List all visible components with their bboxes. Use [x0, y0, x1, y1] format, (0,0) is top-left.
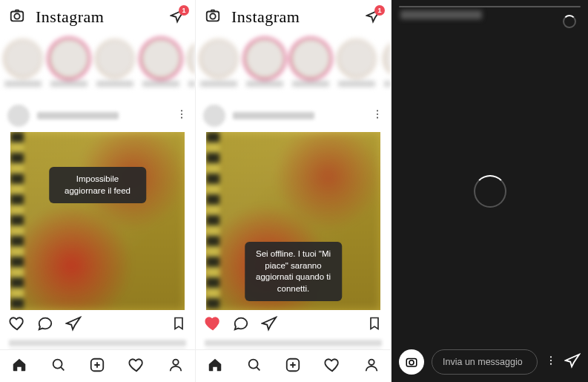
svg-point-13 — [249, 359, 258, 368]
like-button-liked[interactable] — [205, 315, 221, 335]
toast-feed-error: Impossibile aggiornare il feed — [49, 167, 147, 203]
story-more-icon[interactable] — [545, 355, 557, 370]
toast-like-offline: Sei offline. I tuoi "Mi piace" saranno a… — [245, 242, 343, 301]
bookmark-button[interactable] — [367, 315, 382, 335]
app-logo: Instagram — [36, 7, 104, 27]
svg-point-12 — [377, 117, 378, 119]
svg-point-1 — [14, 13, 19, 19]
post-avatar[interactable] — [203, 105, 225, 127]
bottom-nav — [196, 349, 391, 382]
nav-activity[interactable] — [324, 357, 340, 376]
svg-point-3 — [181, 113, 182, 115]
post-username[interactable] — [233, 112, 314, 119]
ig-header: Instagram 1 — [0, 0, 195, 34]
stories-strip[interactable] — [0, 34, 195, 99]
loading-spinner-icon — [474, 175, 506, 208]
camera-icon[interactable] — [9, 7, 25, 27]
story-send-icon[interactable] — [564, 352, 581, 372]
svg-point-19 — [550, 359, 552, 360]
nav-search[interactable] — [246, 357, 262, 376]
svg-point-11 — [377, 113, 378, 115]
post-image[interactable] — [10, 132, 185, 310]
post-actions — [0, 310, 195, 340]
story-viewer[interactable]: Invia un messaggio — [392, 0, 588, 382]
story-loading — [392, 0, 588, 382]
messages-button[interactable]: 1 — [366, 7, 382, 27]
nav-activity[interactable] — [128, 357, 145, 376]
nav-profile[interactable] — [168, 357, 184, 376]
svg-point-17 — [409, 360, 414, 365]
bookmark-button[interactable] — [171, 315, 186, 335]
nav-add[interactable] — [89, 357, 105, 376]
share-button[interactable] — [261, 315, 277, 335]
nav-add[interactable] — [285, 357, 301, 376]
nav-home[interactable] — [207, 357, 223, 376]
svg-point-7 — [173, 359, 178, 364]
post-more-icon[interactable] — [176, 108, 188, 123]
svg-point-2 — [181, 110, 182, 111]
camera-icon[interactable] — [205, 7, 221, 27]
nav-search[interactable] — [50, 357, 67, 376]
nav-profile[interactable] — [363, 357, 380, 376]
post-actions — [196, 310, 391, 340]
nav-home[interactable] — [11, 357, 27, 376]
svg-point-10 — [377, 110, 378, 111]
like-button[interactable] — [9, 315, 25, 335]
svg-point-15 — [369, 359, 374, 364]
message-badge: 1 — [374, 5, 385, 16]
post-username[interactable] — [37, 112, 119, 119]
post-header — [0, 99, 195, 132]
message-badge: 1 — [179, 5, 189, 16]
ig-header: Instagram 1 — [196, 0, 391, 34]
bottom-nav — [0, 349, 195, 382]
post-more-icon[interactable] — [371, 108, 383, 123]
svg-point-9 — [210, 13, 215, 19]
stories-strip[interactable] — [196, 34, 391, 99]
svg-point-18 — [550, 356, 552, 358]
comment-button[interactable] — [233, 315, 249, 335]
share-button[interactable] — [65, 315, 82, 335]
svg-point-20 — [550, 363, 552, 364]
app-logo: Instagram — [231, 7, 300, 27]
story-reply-input[interactable]: Invia un messaggio — [432, 349, 538, 375]
svg-point-5 — [53, 359, 62, 368]
post-header — [196, 99, 391, 132]
messages-button[interactable]: 1 — [170, 7, 186, 27]
svg-point-4 — [181, 117, 182, 119]
story-reply-placeholder: Invia un messaggio — [443, 357, 523, 367]
story-camera-button[interactable] — [399, 349, 424, 375]
post-avatar[interactable] — [7, 105, 30, 127]
comment-button[interactable] — [37, 315, 53, 335]
